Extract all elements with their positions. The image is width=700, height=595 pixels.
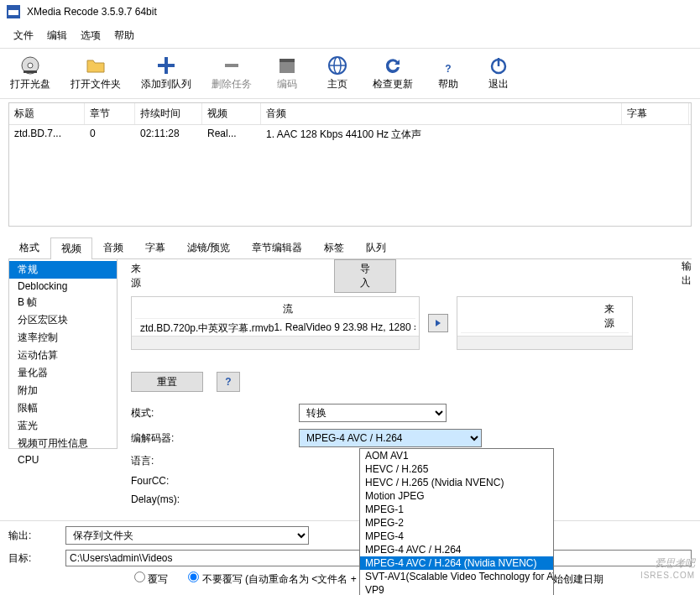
svg-point-4 bbox=[28, 63, 33, 68]
toolbar: 打开光盘 打开文件夹 添加到队列 删除任务 编码 主页 检查更新 ? 帮助 退出 bbox=[0, 48, 700, 99]
sidelist-general[interactable]: 常规 bbox=[9, 261, 117, 279]
check-update-button[interactable]: 检查更新 bbox=[363, 52, 423, 95]
mode-label: 模式: bbox=[131, 406, 299, 420]
app-icon bbox=[7, 5, 20, 18]
sidelist-bframe[interactable]: B 帧 bbox=[9, 294, 117, 311]
transfer-button[interactable] bbox=[428, 314, 448, 332]
dd-mpeg1[interactable]: MPEG-1 bbox=[360, 503, 553, 516]
tab-chapter[interactable]: 章节编辑器 bbox=[241, 237, 313, 258]
tab-format[interactable]: 格式 bbox=[8, 237, 50, 258]
arrow-right-icon bbox=[434, 319, 442, 327]
import-button[interactable]: 导入 bbox=[334, 259, 396, 293]
scrollbar[interactable] bbox=[457, 336, 632, 349]
menu-options[interactable]: 选项 bbox=[74, 25, 107, 46]
svg-rect-2 bbox=[8, 8, 18, 10]
dd-mpeg4[interactable]: MPEG-4 bbox=[360, 530, 553, 543]
file-list-header: 标题 章节 持续时间 视频 音频 字幕 bbox=[9, 103, 691, 125]
dd-h264-nvenc[interactable]: MPEG-4 AVC / H.264 (Nvidia NVENC) bbox=[360, 556, 553, 570]
bottom-panel: 输出: 保存到文件夹 目标: 覆写 不要覆写 (自动重命名为 <文件名 + 索引… bbox=[0, 520, 700, 595]
dd-hevc-nvenc[interactable]: HEVC / H.265 (Nvidia NVENC) bbox=[360, 476, 553, 489]
tabs: 格式 视频 音频 字幕 滤镜/预览 章节编辑器 标签 队列 bbox=[8, 237, 692, 259]
window-title: XMedia Recode 3.5.9.7 64bit bbox=[27, 6, 157, 18]
file-row[interactable]: ztd.BD.7... 0 02:11:28 Real... 1. AAC 12… bbox=[9, 125, 691, 144]
dd-h264[interactable]: MPEG-4 AVC / H.264 bbox=[360, 543, 553, 556]
dd-svtav1[interactable]: SVT-AV1(Scalable Video Technology for AV… bbox=[360, 570, 553, 583]
sidelist-deblocking[interactable]: Deblocking bbox=[9, 279, 117, 294]
svg-rect-8 bbox=[279, 59, 295, 62]
tab-video[interactable]: 视频 bbox=[50, 237, 92, 259]
sidelist-motion[interactable]: 运动估算 bbox=[9, 347, 117, 364]
video-section-list[interactable]: 常规 Deblocking B 帧 分区宏区块 速率控制 运动估算 量化器 附加… bbox=[8, 259, 118, 449]
svg-rect-6 bbox=[225, 64, 238, 67]
menu-help[interactable]: 帮助 bbox=[107, 25, 141, 46]
folder-icon bbox=[86, 55, 106, 76]
mode-select[interactable]: 转换 bbox=[299, 404, 447, 422]
col-duration[interactable]: 持续时间 bbox=[135, 103, 202, 124]
open-folder-button[interactable]: 打开文件夹 bbox=[60, 52, 131, 95]
fourcc-label: FourCC: bbox=[131, 475, 299, 487]
tab-filter[interactable]: 滤镜/预览 bbox=[176, 237, 241, 258]
svg-rect-5 bbox=[24, 70, 37, 73]
delete-task-button[interactable]: 删除任务 bbox=[201, 52, 262, 95]
sidelist-extra[interactable]: 附加 bbox=[9, 382, 117, 399]
output-media-box[interactable]: 来源 ztd.BD.720p.中英双字幕.rmvbReal bbox=[457, 296, 633, 350]
dd-vp9[interactable]: VP9 bbox=[360, 583, 553, 595]
svg-text:?: ? bbox=[445, 63, 451, 75]
source-label: 来源 bbox=[131, 262, 141, 290]
codec-select[interactable]: MPEG-4 AVC / H.264 bbox=[299, 429, 482, 447]
sidelist-clip[interactable]: 限幅 bbox=[9, 399, 117, 417]
menu-bar: 文件 编辑 选项 帮助 bbox=[0, 23, 700, 48]
reset-button[interactable]: 重置 bbox=[131, 372, 203, 392]
svg-rect-7 bbox=[279, 62, 295, 73]
tab-subtitle[interactable]: 字幕 bbox=[134, 237, 176, 258]
sidelist-partition[interactable]: 分区宏区块 bbox=[9, 311, 117, 329]
sidelist-quant[interactable]: 量化器 bbox=[9, 364, 117, 382]
scrollbar[interactable] bbox=[132, 336, 419, 349]
home-button[interactable]: 主页 bbox=[312, 52, 363, 95]
col-chapter[interactable]: 章节 bbox=[85, 103, 135, 124]
output-dest-label: 输出: bbox=[8, 529, 59, 543]
sidelist-vui[interactable]: 视频可用性信息 bbox=[9, 435, 117, 452]
menu-edit[interactable]: 编辑 bbox=[40, 25, 74, 46]
delay-label: Delay(ms): bbox=[131, 493, 299, 505]
plus-icon bbox=[156, 55, 176, 76]
help-icon: ? bbox=[438, 55, 458, 76]
dd-mpeg2[interactable]: MPEG-2 bbox=[360, 516, 553, 530]
overwrite-radio[interactable]: 覆写 bbox=[134, 572, 168, 587]
dd-aom-av1[interactable]: AOM AV1 bbox=[360, 449, 553, 462]
codec-dropdown[interactable]: AOM AV1 HEVC / H.265 HEVC / H.265 (Nvidi… bbox=[359, 448, 554, 595]
power-icon bbox=[488, 55, 509, 76]
encode-button[interactable]: 编码 bbox=[262, 52, 312, 95]
tab-queue[interactable]: 队列 bbox=[355, 237, 397, 258]
file-list[interactable]: 标题 章节 持续时间 视频 音频 字幕 ztd.BD.7... 0 02:11:… bbox=[8, 102, 692, 227]
sidelist-bluray[interactable]: 蓝光 bbox=[9, 417, 117, 435]
dd-mjpeg[interactable]: Motion JPEG bbox=[360, 489, 553, 503]
codec-label: 编解码器: bbox=[131, 431, 299, 446]
minus-icon bbox=[222, 55, 242, 76]
col-audio[interactable]: 音频 bbox=[261, 103, 622, 124]
help-info-button[interactable]: ? bbox=[217, 372, 240, 392]
open-disc-button[interactable]: 打开光盘 bbox=[0, 52, 60, 95]
source-media-box[interactable]: 流 ztd.BD.720p.中英双字幕.rmvb1. RealVideo 9 2… bbox=[131, 296, 420, 350]
language-label: 语言: bbox=[131, 454, 299, 468]
sidelist-rate[interactable]: 速率控制 bbox=[9, 329, 117, 347]
menu-file[interactable]: 文件 bbox=[7, 25, 40, 46]
col-title[interactable]: 标题 bbox=[9, 103, 85, 124]
target-label: 目标: bbox=[8, 551, 59, 566]
output-dest-select[interactable]: 保存到文件夹 bbox=[65, 526, 309, 545]
tab-tags[interactable]: 标签 bbox=[313, 237, 355, 258]
exit-button[interactable]: 退出 bbox=[473, 52, 524, 95]
refresh-icon bbox=[383, 55, 403, 76]
title-bar: XMedia Recode 3.5.9.7 64bit bbox=[0, 0, 700, 23]
help-button[interactable]: ? 帮助 bbox=[423, 52, 473, 95]
tab-audio[interactable]: 音频 bbox=[92, 237, 134, 258]
output-label: 输出 bbox=[682, 259, 692, 293]
sidelist-cpu[interactable]: CPU bbox=[9, 452, 117, 467]
globe-icon bbox=[327, 55, 347, 76]
disc-icon bbox=[20, 55, 40, 76]
col-subtitle[interactable]: 字幕 bbox=[622, 103, 689, 124]
col-video[interactable]: 视频 bbox=[202, 103, 261, 124]
dd-hevc[interactable]: HEVC / H.265 bbox=[360, 462, 553, 476]
add-queue-button[interactable]: 添加到队列 bbox=[131, 52, 201, 95]
clapper-icon bbox=[277, 55, 297, 76]
